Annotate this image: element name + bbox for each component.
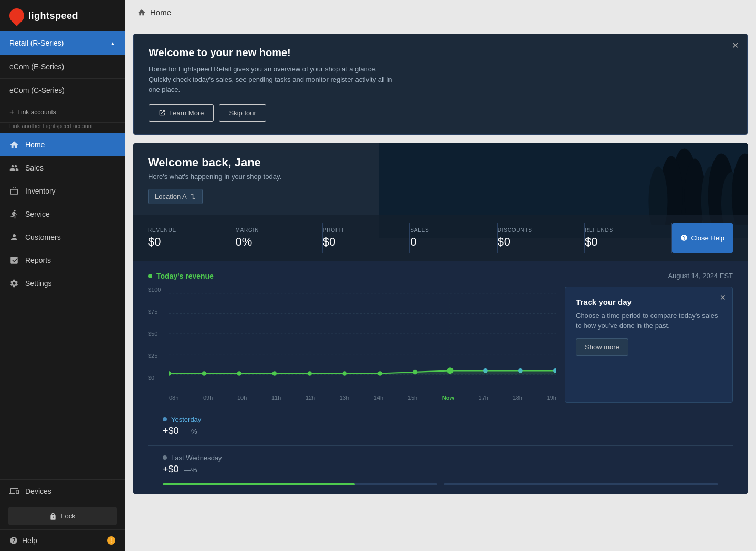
- customers-icon: [9, 232, 19, 242]
- progress-fill-1: [163, 483, 355, 485]
- compare-yesterday: Yesterday +$0 —%: [148, 407, 733, 445]
- topbar-home-icon: [138, 8, 146, 17]
- welcome-banner: ✕ Welcome to your new home! Home for Lig…: [133, 34, 748, 135]
- stat-discounts: DISCOUNTS $0: [498, 223, 585, 253]
- yesterday-pct: —%: [184, 428, 197, 436]
- chart-x-labels: 08h 09h 10h 11h 12h 13h 14h 15h Now 17h …: [148, 391, 556, 407]
- location-selector[interactable]: Location A ⇅: [148, 189, 203, 204]
- progress-bar-1: [163, 483, 437, 485]
- stat-revenue: REVENUE $0: [148, 223, 235, 253]
- sidebar-item-sales[interactable]: Sales: [0, 156, 125, 179]
- banner-buttons: Learn More Skip tour: [149, 104, 732, 122]
- yesterday-label: Yesterday: [171, 416, 201, 423]
- last-wednesday-value: +$0: [163, 464, 179, 474]
- home-icon: [9, 140, 19, 150]
- chart-y-labels: $100 $75 $50 $25 $0: [148, 287, 161, 391]
- last-wednesday-dot: [163, 455, 167, 460]
- content-area: ✕ Welcome to your new home! Home for Lig…: [125, 25, 756, 551]
- last-wednesday-pct: —%: [184, 466, 197, 474]
- chart-and-popup: $100 $75 $50 $25 $0: [148, 287, 733, 407]
- yesterday-dot: [163, 417, 167, 421]
- logo-flame-icon: [6, 5, 27, 26]
- logo-text: lightspeed: [28, 10, 78, 22]
- inventory-icon: [9, 186, 19, 196]
- sidebar-bottom: Devices Lock Help !: [0, 479, 125, 551]
- plus-icon: +: [9, 108, 14, 117]
- devices-icon: [9, 486, 19, 496]
- sidebar-item-reports[interactable]: Reports: [0, 249, 125, 272]
- main-content: Home ✕ Welcome to your new home! Home fo…: [125, 0, 756, 551]
- revenue-header: Today's revenue August 14, 2024 EST: [148, 272, 733, 280]
- lock-button[interactable]: Lock: [8, 507, 117, 525]
- link-accounts-sub: Link another Lightspeed account: [0, 123, 125, 133]
- help-left[interactable]: Help: [9, 536, 37, 545]
- sidebar-item-inventory[interactable]: Inventory: [0, 179, 125, 203]
- sales-icon: [9, 163, 19, 173]
- account-retail[interactable]: Retail (R-Series) ▲: [0, 31, 125, 55]
- show-more-button[interactable]: Show more: [576, 338, 628, 356]
- stat-refunds: REFUNDS $0: [585, 223, 672, 253]
- stat-sales: SALES 0: [410, 223, 497, 253]
- account-ecom-c[interactable]: eCom (C-Series): [0, 79, 125, 102]
- external-link-icon: [159, 109, 166, 116]
- dashboard-header: Welcome back, Jane Here's what's happeni…: [133, 143, 748, 204]
- revenue-date: August 14, 2024 EST: [668, 272, 733, 280]
- sidebar: lightspeed Retail (R-Series) ▲ eCom (E-S…: [0, 0, 125, 551]
- location-chevron-icon: ⇅: [190, 193, 196, 200]
- svg-marker-27: [169, 370, 555, 374]
- service-icon: [9, 209, 19, 219]
- help-icon: [9, 536, 18, 545]
- dashboard-greeting: Welcome back, Jane: [148, 156, 733, 169]
- account-ecom-e[interactable]: eCom (E-Series): [0, 55, 125, 79]
- lock-icon: [49, 513, 57, 520]
- dashboard-area: Welcome back, Jane Here's what's happeni…: [133, 143, 748, 494]
- welcome-banner-close-button[interactable]: ✕: [732, 40, 739, 50]
- welcome-banner-title: Welcome to your new home!: [149, 47, 732, 59]
- revenue-dot: [148, 274, 152, 278]
- help-bar: Help !: [0, 529, 125, 551]
- sidebar-item-customers[interactable]: Customers: [0, 226, 125, 249]
- last-wednesday-label: Last Wednesday: [171, 454, 222, 462]
- topbar: Home: [125, 0, 756, 25]
- progress-bar-2: [444, 483, 718, 485]
- revenue-title: Today's revenue: [148, 272, 214, 280]
- settings-icon: [9, 279, 19, 288]
- track-popup-close-button[interactable]: ✕: [720, 293, 726, 302]
- compare-last-wednesday: Last Wednesday +$0 —%: [148, 445, 733, 483]
- sidebar-item-service[interactable]: Service: [0, 203, 125, 226]
- help-circle-icon: [680, 234, 688, 241]
- sidebar-item-home[interactable]: Home: [0, 133, 125, 156]
- stats-row: REVENUE $0 MARGIN 0% PROFIT $0 SALES 0 D…: [133, 215, 748, 261]
- track-popup-description: Choose a time period to compare today's …: [576, 311, 722, 331]
- stat-margin: MARGIN 0%: [235, 223, 322, 253]
- link-accounts[interactable]: + Link accounts: [0, 102, 125, 123]
- progress-bars: [148, 483, 733, 494]
- chart-svg: [169, 287, 556, 381]
- sidebar-item-devices[interactable]: Devices: [0, 480, 125, 503]
- track-your-day-popup: ✕ Track your day Choose a time period to…: [565, 287, 733, 403]
- dashboard-subtitle: Here's what's happening in your shop tod…: [148, 173, 733, 181]
- stat-profit: PROFIT $0: [323, 223, 410, 253]
- skip-tour-button[interactable]: Skip tour: [219, 104, 266, 122]
- sidebar-item-settings[interactable]: Settings: [0, 272, 125, 295]
- welcome-banner-description: Home for Lightspeed Retail gives you an …: [149, 64, 401, 95]
- compare-section: Yesterday +$0 —% Last Wednesday: [148, 407, 733, 483]
- revenue-section: Today's revenue August 14, 2024 EST $100…: [133, 261, 748, 494]
- track-popup-title: Track your day: [576, 298, 722, 306]
- reports-icon: [9, 256, 19, 265]
- page-title: Home: [150, 8, 171, 17]
- nav-items: Home Sales Inventory Service Customers R…: [0, 133, 125, 479]
- chevron-up-icon: ▲: [110, 40, 116, 46]
- logo: lightspeed: [0, 0, 125, 31]
- yesterday-value: +$0: [163, 426, 179, 436]
- chart-container: $100 $75 $50 $25 $0: [148, 287, 556, 391]
- learn-more-button[interactable]: Learn More: [149, 104, 214, 122]
- revenue-chart: $100 $75 $50 $25 $0: [148, 287, 556, 407]
- close-help-button[interactable]: Close Help: [672, 223, 733, 253]
- notification-badge: !: [107, 536, 116, 545]
